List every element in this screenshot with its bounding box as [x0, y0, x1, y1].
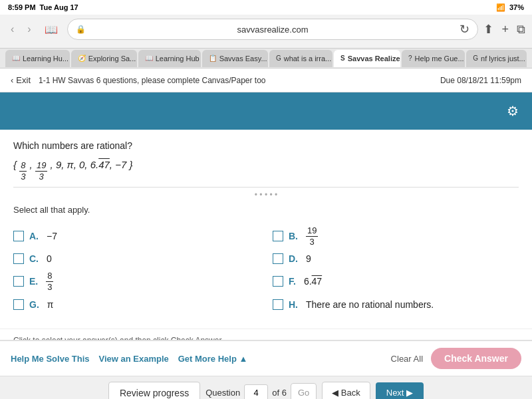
date: Tue Aug 17: [40, 3, 78, 11]
choice-B-fraction: 19 3: [306, 225, 318, 247]
choice-F: F. 6.47: [273, 271, 519, 292]
share-btn[interactable]: ⬆: [483, 22, 493, 37]
tab-6-label: Help me Gue...: [415, 55, 464, 63]
exit-chevron-icon: ‹: [11, 75, 13, 85]
help-me-solve-button[interactable]: Help Me Solve This: [11, 354, 98, 364]
tab-2-favicon: 📖: [145, 55, 153, 62]
tab-7-label: nf lyrics just...: [481, 55, 525, 63]
choice-B-label: B.: [289, 231, 298, 241]
next-button[interactable]: Next ▶: [376, 382, 424, 399]
question-body: Which numbers are rational? { 8 3 , 19 3…: [0, 130, 532, 329]
tab-6-favicon: ?: [408, 55, 412, 62]
fraction-8-3: 8 3: [19, 160, 27, 182]
choice-F-label: F.: [289, 276, 296, 287]
status-left: 8:59 PM Tue Aug 17: [8, 3, 78, 11]
choice-C-value: 0: [47, 253, 52, 264]
choice-G: G. π: [13, 299, 259, 310]
divider-dots: • • • • •: [13, 187, 519, 200]
go-button[interactable]: Go: [291, 383, 317, 399]
question-number-input[interactable]: [244, 384, 268, 399]
choice-D: D. 9: [273, 253, 519, 264]
checkbox-E[interactable]: [13, 276, 24, 287]
choice-A-label: A.: [29, 231, 39, 241]
select-all-text: Select all that apply.: [13, 205, 519, 215]
choice-A: A. −7: [13, 225, 259, 247]
choice-G-label: G.: [29, 299, 39, 310]
lock-icon: 🔒: [76, 25, 86, 34]
wifi-icon: 📶: [496, 3, 505, 12]
gear-button[interactable]: ⚙: [507, 103, 519, 119]
due-date: Due 08/18/21 11:59pm: [440, 76, 521, 85]
checkbox-B[interactable]: [273, 231, 283, 241]
question-nav: Question of 6 Go: [205, 383, 317, 399]
tab-5-label: Savvas Realize: [348, 55, 400, 63]
new-tab-btn[interactable]: +: [501, 23, 509, 37]
exit-button[interactable]: ‹ Exit: [11, 75, 31, 85]
checkbox-G[interactable]: [13, 299, 24, 310]
clear-all-button[interactable]: Clear All: [391, 354, 423, 364]
address-bar[interactable]: 🔒 savvasrealize.com ↻: [67, 19, 479, 40]
back-button[interactable]: ◀ Back: [322, 382, 370, 399]
battery: 37%: [509, 3, 524, 11]
checkbox-F[interactable]: [273, 276, 283, 287]
overline-47: 47: [98, 159, 110, 170]
refresh-btn[interactable]: ↻: [460, 22, 469, 37]
tab-5-savvas[interactable]: S Savvas Realize: [334, 50, 400, 67]
choice-E-label: E.: [29, 276, 38, 287]
fraction-19-3: 19 3: [35, 160, 47, 182]
back-nav-btn[interactable]: ‹: [7, 22, 18, 37]
tab-7-favicon: G: [473, 55, 478, 62]
get-more-help-button[interactable]: Get More Help ▲: [178, 354, 257, 364]
tab-0[interactable]: 📖 Learning Hu...: [5, 50, 70, 67]
tab-6[interactable]: ? Help me Gue...: [402, 50, 465, 67]
checkbox-H[interactable]: [273, 299, 283, 310]
math-frac-8-3: 8 3: [19, 159, 29, 170]
browser-nav: ‹ › 📖 🔒 savvasrealize.com ↻ ⬆ + ⧉: [7, 19, 525, 40]
bookmark-btn[interactable]: 📖: [41, 22, 62, 37]
tabs-btn[interactable]: ⧉: [517, 23, 525, 37]
tab-7[interactable]: G nf lyrics just...: [466, 50, 527, 67]
tab-0-label: Learning Hu...: [23, 55, 68, 63]
instruction-text: Click to select your answer(s) and then …: [13, 336, 223, 340]
choice-E-fraction: 8 3: [46, 271, 53, 292]
view-example-button[interactable]: View an Example: [98, 354, 178, 364]
checkbox-A[interactable]: [13, 231, 24, 241]
tab-4[interactable]: G what is a irra...: [269, 50, 332, 67]
status-bar: 8:59 PM Tue Aug 17 📶 37%: [0, 0, 532, 15]
checkbox-C[interactable]: [13, 253, 24, 264]
exit-label: Exit: [16, 75, 31, 85]
tabs-bar: 📖 Learning Hu... 🧭 Exploring Sa... 📖 Lea…: [0, 49, 532, 68]
bottom-nav: Review progress Question of 6 Go ◀ Back …: [0, 376, 532, 399]
browser-chrome: ‹ › 📖 🔒 savvasrealize.com ↻ ⬆ + ⧉: [0, 15, 532, 49]
tab-3-label: Savvas Easy...: [219, 55, 267, 63]
forward-nav-btn[interactable]: ›: [23, 22, 35, 37]
choice-A-value: −7: [47, 231, 57, 241]
tab-2-label: Learning Hub: [156, 55, 200, 63]
tab-1-label: Exploring Sa...: [88, 55, 136, 63]
assignment-title: 1-1 HW Savvas 6 questions, please comple…: [39, 76, 440, 85]
tab-2[interactable]: 📖 Learning Hub: [138, 50, 201, 67]
review-progress-button[interactable]: Review progress: [108, 382, 200, 400]
question-banner: ⚙: [0, 92, 532, 130]
choice-B: B. 19 3: [273, 225, 519, 247]
tab-4-favicon: G: [276, 55, 281, 62]
choice-C-label: C.: [29, 253, 39, 264]
choice-F-overline: 47: [312, 276, 323, 287]
checkbox-D[interactable]: [273, 253, 283, 264]
tab-3[interactable]: 📋 Savvas Easy...: [202, 50, 268, 67]
choice-D-label: D.: [289, 253, 298, 264]
choice-H-value: There are no rational numbers.: [306, 299, 434, 310]
choice-F-value: 6.47: [304, 276, 322, 287]
tab-3-favicon: 📋: [209, 55, 217, 62]
choice-H-label: H.: [289, 299, 298, 310]
address-text: savvasrealize.com: [90, 25, 456, 35]
time: 8:59 PM: [8, 3, 36, 11]
tab-1[interactable]: 🧭 Exploring Sa...: [71, 50, 137, 67]
tab-0-favicon: 📖: [12, 55, 20, 62]
tab-4-label: what is a irra...: [284, 55, 332, 63]
status-right: 📶 37%: [496, 3, 524, 12]
browser-actions: ⬆ + ⧉: [483, 22, 525, 37]
question-text: Which numbers are rational?: [13, 140, 519, 151]
main-content: ⚙ Which numbers are rational? { 8 3 , 19…: [0, 92, 532, 340]
check-answer-button[interactable]: Check Answer: [431, 348, 521, 369]
